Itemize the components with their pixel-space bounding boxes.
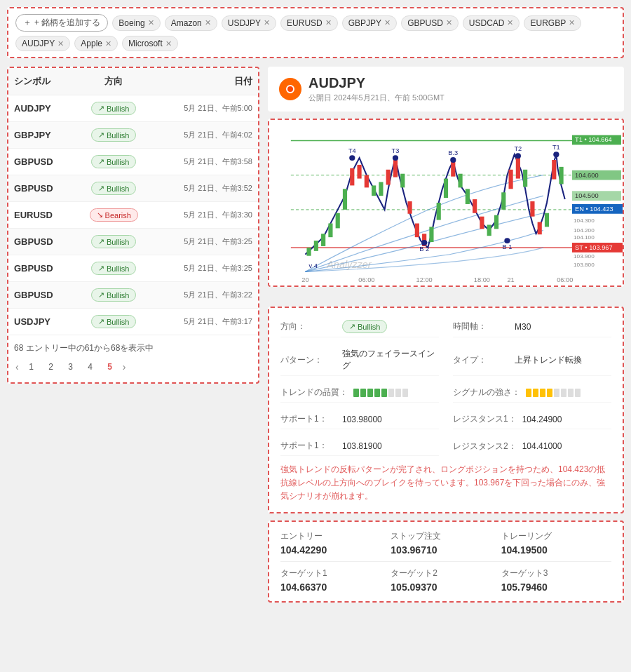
- svg-text:T2: T2: [514, 145, 522, 152]
- timeframe-value: M30: [515, 322, 531, 332]
- ticker-audjpy[interactable]: AUDJPY ✕: [15, 36, 70, 51]
- direction-badge: ↗ Bullish: [342, 320, 387, 333]
- pagination-area: 68 エントリー中の61から68を表示中 ‹ 1 2 3 4 5 ›: [8, 335, 258, 382]
- ticker-usdjpy[interactable]: USDJPY ✕: [222, 15, 276, 31]
- close-icon[interactable]: ✕: [507, 18, 513, 27]
- svg-text:ST • 103.967: ST • 103.967: [575, 244, 612, 251]
- trailing-label: トレーリング: [501, 530, 611, 542]
- cell-direction: ↗ Bullish: [74, 309, 153, 335]
- ticker-usdcad[interactable]: USDCAD ✕: [463, 15, 520, 31]
- page-3[interactable]: 3: [62, 358, 79, 375]
- ticker-bar: ＋ + 銘柄を追加する Boeing ✕ Amazon ✕ USDJPY ✕ E…: [7, 7, 624, 58]
- close-icon[interactable]: ✕: [165, 39, 172, 48]
- cell-symbol: AUDJPY: [8, 95, 74, 122]
- svg-text:104.600: 104.600: [575, 172, 598, 179]
- svg-rect-24: [444, 179, 448, 199]
- details-section: 方向： ↗ Bullish 時間軸： M30 パターン： 強気のフェイラースイン…: [268, 307, 624, 513]
- ticker-eurgbp[interactable]: EURGBP ✕: [524, 15, 581, 31]
- svg-rect-40: [559, 167, 563, 184]
- support1-row: サポート1： 103.98000: [280, 410, 439, 429]
- signal-bars: [526, 389, 581, 397]
- table-row[interactable]: GBPJPY↗ Bullish5月 21日、午前4:02: [8, 122, 258, 149]
- cell-symbol: GBPUSD: [8, 175, 74, 202]
- close-icon[interactable]: ✕: [384, 18, 391, 27]
- ticker-eurusd[interactable]: EURUSD ✕: [280, 15, 338, 31]
- target3-label: ターゲット3: [501, 567, 611, 579]
- svg-rect-13: [365, 175, 369, 188]
- prev-page-arrow[interactable]: ‹: [14, 361, 20, 372]
- cell-date: 5月 21日、午前3:30: [153, 202, 258, 229]
- svg-text:T1 • 104.664: T1 • 104.664: [575, 137, 612, 144]
- cell-date: 5月 21日、午前3:25: [153, 229, 258, 255]
- trend-bar-8: [402, 389, 408, 397]
- close-icon[interactable]: ✕: [264, 18, 270, 27]
- ticker-microsoft[interactable]: Microsoft ✕: [122, 36, 178, 51]
- svg-rect-10: [343, 189, 347, 210]
- page-2[interactable]: 2: [43, 358, 60, 375]
- close-icon[interactable]: ✕: [325, 18, 332, 27]
- cell-symbol: GBPUSD: [8, 255, 74, 282]
- svg-text:104.500: 104.500: [575, 192, 598, 199]
- svg-point-49: [553, 152, 559, 157]
- svg-rect-14: [372, 185, 376, 196]
- table-row[interactable]: GBPUSD↗ Bullish5月 21日、午前3:52: [8, 175, 258, 202]
- ticker-gbpjpy[interactable]: GBPJPY ✕: [342, 15, 397, 31]
- table-row[interactable]: GBPUSD↗ Bullish5月 21日、午前3:25: [8, 255, 258, 282]
- ticker-amazon[interactable]: Amazon ✕: [165, 15, 217, 31]
- trend-bars: [353, 389, 408, 397]
- col-date: 日付: [153, 68, 258, 95]
- svg-point-53: [504, 238, 510, 243]
- cell-symbol: USDJPY: [8, 309, 74, 335]
- svg-rect-12: [357, 165, 361, 179]
- svg-text:18:00: 18:00: [474, 276, 490, 283]
- svg-rect-20: [415, 224, 419, 238]
- close-icon[interactable]: ✕: [148, 18, 154, 27]
- signal-pub-date: 公開日 2024年5月21日、午前 5:00GMT: [308, 93, 445, 103]
- close-icon[interactable]: ✕: [569, 18, 575, 27]
- table-row[interactable]: GBPUSD↗ Bullish5月 21日、午前3:25: [8, 229, 258, 255]
- pattern-row: パターン： 強気のフェイラースイング: [280, 344, 439, 376]
- signal-title-block: AUDJPY 公開日 2024年5月21日、午前 5:00GMT: [308, 75, 445, 103]
- cell-date: 5月 21日、午前5:00: [153, 95, 258, 122]
- trend-bar-3: [367, 389, 373, 397]
- close-icon[interactable]: ✕: [205, 18, 211, 27]
- svg-rect-28: [473, 199, 477, 213]
- pagination-info: 68 エントリー中の61から68を表示中: [14, 342, 252, 354]
- table-row[interactable]: GBPUSD↗ Bullish5月 21日、午前3:58: [8, 149, 258, 175]
- close-icon[interactable]: ✕: [446, 18, 452, 27]
- support2-label: サポート1：: [280, 440, 337, 452]
- close-icon[interactable]: ✕: [57, 39, 64, 48]
- ticker-gbpusd[interactable]: GBPUSD ✕: [401, 15, 459, 31]
- page-1[interactable]: 1: [23, 358, 40, 375]
- svg-text:EN • 104.423: EN • 104.423: [575, 206, 613, 213]
- stop-label: ストップ注文: [391, 530, 501, 542]
- table-row[interactable]: EURUSD↘ Bearish5月 21日、午前3:30: [8, 202, 258, 229]
- cell-symbol: EURUSD: [8, 202, 74, 229]
- target1-cell: ターゲット1 104.66370: [280, 567, 391, 593]
- ticker-apple[interactable]: Apple ✕: [74, 36, 118, 51]
- signal-symbol: AUDJPY: [308, 75, 445, 91]
- svg-rect-27: [466, 189, 470, 204]
- svg-rect-29: [480, 217, 484, 229]
- svg-text:T4: T4: [348, 147, 356, 154]
- ticker-boeing[interactable]: Boeing ✕: [112, 15, 160, 31]
- target3-value: 105.79460: [501, 582, 611, 593]
- cell-date: 5月 21日、午前3:22: [153, 282, 258, 309]
- table-row[interactable]: GBPUSD↗ Bullish5月 21日、午前3:22: [8, 282, 258, 309]
- next-page-arrow[interactable]: ›: [121, 361, 128, 372]
- svg-rect-17: [393, 160, 398, 177]
- support2-row: サポート1： 103.81900: [280, 436, 439, 456]
- svg-rect-5: [306, 248, 311, 256]
- add-ticker-button[interactable]: ＋ + 銘柄を追加する: [15, 14, 108, 32]
- table-row[interactable]: AUDJPY↗ Bullish5月 21日、午前5:00: [8, 95, 258, 122]
- page-5[interactable]: 5: [102, 358, 118, 375]
- svg-text:Analyzzer: Analyzzer: [326, 260, 372, 271]
- cell-symbol: GBPJPY: [8, 122, 74, 149]
- table-row[interactable]: USDJPY↗ Bullish5月 21日、午前3:17: [8, 309, 258, 335]
- close-icon[interactable]: ✕: [105, 39, 111, 48]
- page-wrapper: ＋ + 銘柄を追加する Boeing ✕ Amazon ✕ USDJPY ✕ E…: [0, 0, 631, 672]
- page-4[interactable]: 4: [82, 358, 99, 375]
- cell-direction: ↗ Bullish: [74, 255, 153, 282]
- svg-rect-30: [487, 224, 491, 236]
- svg-rect-7: [321, 234, 325, 246]
